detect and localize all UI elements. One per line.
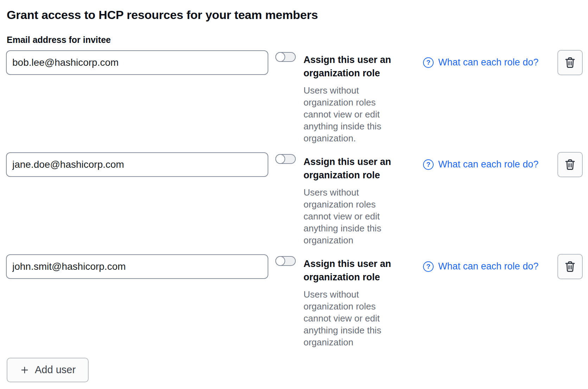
email-input[interactable] — [6, 50, 268, 75]
role-help-link-label: What can each role do? — [438, 57, 538, 68]
question-circle-icon — [423, 261, 434, 272]
grant-access-form: Grant access to HCP resources for your t… — [0, 0, 588, 382]
toggle-knob — [275, 256, 285, 266]
invite-row: Assign this user an organization role Us… — [6, 50, 583, 144]
role-toggle-description: Users without organization roles cannot … — [303, 288, 409, 348]
org-role-toggle[interactable] — [275, 154, 296, 164]
question-circle-icon — [423, 57, 434, 68]
add-user-button[interactable]: Add user — [7, 358, 89, 382]
role-toggle-description: Users without organization roles cannot … — [303, 84, 409, 144]
invite-row: Assign this user an organization role Us… — [6, 152, 583, 246]
email-address-label: Email address for invitee — [7, 35, 583, 45]
org-role-toggle[interactable] — [275, 256, 296, 266]
email-input[interactable] — [6, 254, 268, 279]
role-help-link[interactable]: What can each role do? — [423, 152, 538, 177]
role-toggle-description: Users without organization roles cannot … — [303, 186, 409, 246]
role-help-link-label: What can each role do? — [438, 261, 538, 272]
role-toggle-label: Assign this user an organization role — [303, 53, 409, 80]
delete-user-button[interactable] — [557, 152, 583, 177]
role-text-block: Assign this user an organization role Us… — [303, 254, 409, 348]
role-help-link[interactable]: What can each role do? — [423, 50, 538, 75]
delete-user-button[interactable] — [557, 254, 583, 279]
question-circle-icon — [423, 159, 434, 170]
trash-icon — [564, 56, 576, 69]
delete-user-button[interactable] — [557, 50, 583, 75]
invite-row: Assign this user an organization role Us… — [6, 254, 583, 348]
plus-icon — [20, 365, 30, 375]
role-help-link-label: What can each role do? — [438, 159, 538, 170]
role-toggle-label: Assign this user an organization role — [303, 155, 409, 182]
email-input[interactable] — [6, 152, 268, 177]
role-text-block: Assign this user an organization role Us… — [303, 50, 409, 144]
role-toggle-label: Assign this user an organization role — [303, 257, 409, 284]
org-role-toggle[interactable] — [275, 52, 296, 62]
toggle-knob — [275, 52, 285, 62]
trash-icon — [564, 158, 576, 171]
add-user-button-label: Add user — [35, 364, 76, 376]
role-help-link[interactable]: What can each role do? — [423, 254, 538, 279]
trash-icon — [564, 260, 576, 273]
role-text-block: Assign this user an organization role Us… — [303, 152, 409, 246]
toggle-knob — [275, 154, 285, 164]
page-title: Grant access to HCP resources for your t… — [7, 8, 583, 22]
